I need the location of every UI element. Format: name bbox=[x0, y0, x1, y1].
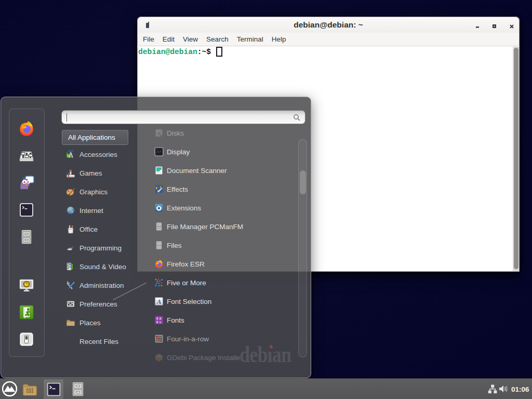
svg-text:A: A bbox=[156, 298, 162, 305]
svg-text:a: a bbox=[156, 320, 158, 324]
svg-text:a: a bbox=[156, 316, 158, 320]
svg-text:a: a bbox=[159, 316, 162, 320]
svg-text:a: a bbox=[159, 320, 161, 324]
